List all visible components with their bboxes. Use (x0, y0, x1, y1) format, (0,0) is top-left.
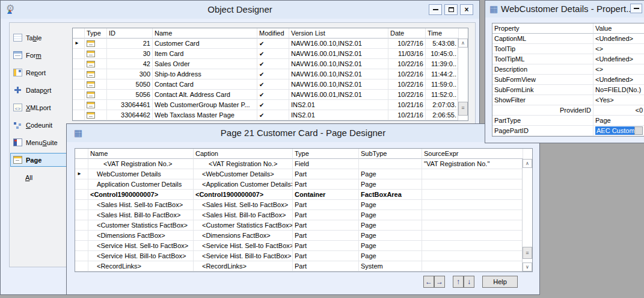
cell-name[interactable]: Application Customer Details (88, 179, 194, 190)
cell-name[interactable]: Sales Order (153, 59, 257, 69)
cell-source[interactable] (422, 190, 523, 200)
cell-version[interactable]: NAVW16.00.10,INS2.01 (289, 79, 388, 90)
cell-property[interactable]: CaptionML (492, 34, 593, 44)
row-selector[interactable] (75, 190, 88, 200)
cell-type[interactable]: Part (293, 179, 359, 190)
table-row[interactable]: <Sales Hist. Bill-to FactBox><Sales Hist… (75, 210, 523, 220)
cell-name[interactable]: Customer Card (153, 39, 257, 49)
cell-property[interactable]: ToolTipML (492, 54, 593, 64)
cell-time[interactable]: 11:44:2.. (426, 69, 459, 79)
sidebar-item-menusuite[interactable]: MenuSuite (10, 135, 70, 149)
row-selector[interactable]: ► (75, 169, 88, 179)
cell-id[interactable]: 21 (107, 39, 153, 49)
cell-id[interactable]: 5050 (107, 79, 153, 90)
table-row[interactable]: <VAT Registration No.><VAT Registration … (75, 159, 523, 169)
sidebar-item-form[interactable]: Form (10, 48, 70, 62)
cell-time[interactable]: 11:52:0.. (426, 90, 459, 100)
table-row[interactable]: 33064462Web Taxclass Master Page✔INS2.01… (73, 110, 459, 120)
table-row[interactable]: <Sales Hist. Sell-to FactBox><Sales Hist… (75, 200, 523, 210)
cell-property[interactable]: SubFormLink (492, 85, 593, 95)
cell-type[interactable]: Field (293, 159, 359, 169)
cell-subtype[interactable]: FactBoxArea (359, 190, 422, 200)
table-row[interactable]: <RecordLinks><RecordLinks>PartSystem (75, 261, 523, 272)
cell-type[interactable]: Part (293, 241, 359, 251)
table-row[interactable]: <Dimensions FactBox><Dimensions FactBox>… (75, 231, 523, 241)
cell-name[interactable]: <VAT Registration No.> (88, 159, 194, 169)
cell-type[interactable]: Part (293, 210, 359, 220)
cell-date[interactable]: 10/22/16 (388, 59, 426, 69)
cell-type[interactable]: Part (293, 169, 359, 179)
cell-value[interactable]: <0 (593, 105, 644, 116)
cell-source[interactable] (422, 261, 523, 272)
row-selector[interactable]: ► (73, 39, 85, 49)
cell-value[interactable]: Page (593, 116, 644, 126)
table-row[interactable]: <Service Hist. Sell-to FactBox><Service … (75, 241, 523, 251)
cell-property[interactable]: ProviderID (492, 105, 593, 116)
table-row[interactable]: ToolTipML<Undefined> (492, 54, 644, 64)
row-selector[interactable] (73, 79, 85, 90)
cell-type[interactable]: Part (293, 251, 359, 261)
table-row[interactable]: ►21Customer Card✔NAVW16.00.10,INS2.0110/… (73, 39, 459, 49)
cell-subtype[interactable]: Page (359, 179, 422, 190)
cell-id[interactable]: 42 (107, 59, 153, 69)
row-selector[interactable] (73, 59, 85, 69)
cell-name[interactable]: Contact Alt. Address Card (153, 90, 257, 100)
minimize-button[interactable] (429, 4, 442, 15)
cell-caption[interactable]: <WebCustomer Details> (194, 169, 293, 179)
sidebar-item-dataport[interactable]: Dataport (10, 83, 70, 97)
cell-source[interactable] (422, 241, 523, 251)
cell-date[interactable]: 10/27/16 (388, 39, 426, 49)
sidebar-item-report[interactable]: Report (10, 66, 70, 79)
cell-source[interactable] (422, 169, 523, 179)
row-selector[interactable] (75, 261, 88, 272)
cell-id[interactable]: 30 (107, 49, 153, 59)
properties-titlebar[interactable]: ▦ WebCustomer Details - Propert... (485, 1, 644, 17)
cell-caption[interactable]: <Sales Hist. Bill-to FactBox> (194, 210, 293, 220)
cell-caption[interactable]: <Control1900000007> (194, 190, 293, 200)
scroll-up-button[interactable]: ∧ (523, 159, 532, 168)
row-selector[interactable] (75, 179, 88, 190)
cell-value[interactable]: <Undefined> (593, 34, 644, 44)
cell-value[interactable]: <Undefined> (593, 75, 644, 85)
cell-id[interactable]: 300 (107, 69, 153, 79)
cell-property[interactable]: SubFormView (492, 75, 593, 85)
cell-caption[interactable]: <Customer Statistics FactBox> (194, 220, 293, 231)
row-selector[interactable] (75, 200, 88, 210)
cell-id[interactable]: 33064462 (107, 110, 153, 120)
cell-name[interactable]: <Customer Statistics FactBox> (88, 220, 194, 231)
row-selector[interactable] (75, 241, 88, 251)
scroll-thumb[interactable]: ≡ (458, 102, 468, 116)
cell-property[interactable]: ShowFilter (492, 95, 593, 105)
cell-type[interactable]: Container (293, 190, 359, 200)
cell-source[interactable] (422, 231, 523, 241)
cell-subtype[interactable] (359, 159, 422, 169)
close-button[interactable]: × (460, 4, 473, 15)
table-row[interactable]: CaptionML<Undefined> (492, 34, 644, 44)
cell-type[interactable]: Part (293, 220, 359, 231)
cell-subtype[interactable]: Page (359, 231, 422, 241)
cell-version[interactable]: INS2.01 (289, 110, 388, 120)
help-button[interactable]: Help (482, 276, 518, 288)
cell-subtype[interactable]: Page (359, 251, 422, 261)
sidebar-item-codeunit[interactable]: Codeunit (10, 118, 70, 132)
cell-date[interactable]: 10/22/16 (388, 79, 426, 90)
cell-name[interactable]: <RecordLinks> (88, 261, 194, 272)
cell-time[interactable]: 2:07:03. (426, 100, 459, 110)
cell-date[interactable]: 11/03/16 (388, 49, 426, 59)
scroll-down-button[interactable]: ∨ (523, 262, 532, 272)
pagepartid-lookup-button[interactable] (634, 126, 643, 135)
cell-subtype[interactable]: System (359, 261, 422, 272)
row-selector[interactable] (75, 251, 88, 261)
table-row[interactable]: 5056Contact Alt. Address Card✔NAVW16.00.… (73, 90, 459, 100)
table-row[interactable]: ►WebCustomer Details<WebCustomer Details… (75, 169, 523, 179)
cell-name[interactable]: <Dimensions FactBox> (88, 231, 194, 241)
table-row[interactable]: 5050Contact Card✔NAVW16.00.10,INS2.0110/… (73, 79, 459, 90)
move-down-button[interactable]: ↓ (464, 276, 474, 288)
cell-caption[interactable]: <Service Hist. Sell-to FactBox> (194, 241, 293, 251)
cell-property[interactable]: Description (492, 64, 593, 75)
sidebar-item-xmlport[interactable]: XMLport (10, 101, 70, 114)
object-list-scrollbar[interactable]: ∧≡ (458, 39, 468, 120)
row-selector[interactable] (73, 110, 85, 120)
cell-name[interactable]: WebCustomer Details (88, 169, 194, 179)
cell-time[interactable]: 10:45:0.. (426, 49, 459, 59)
